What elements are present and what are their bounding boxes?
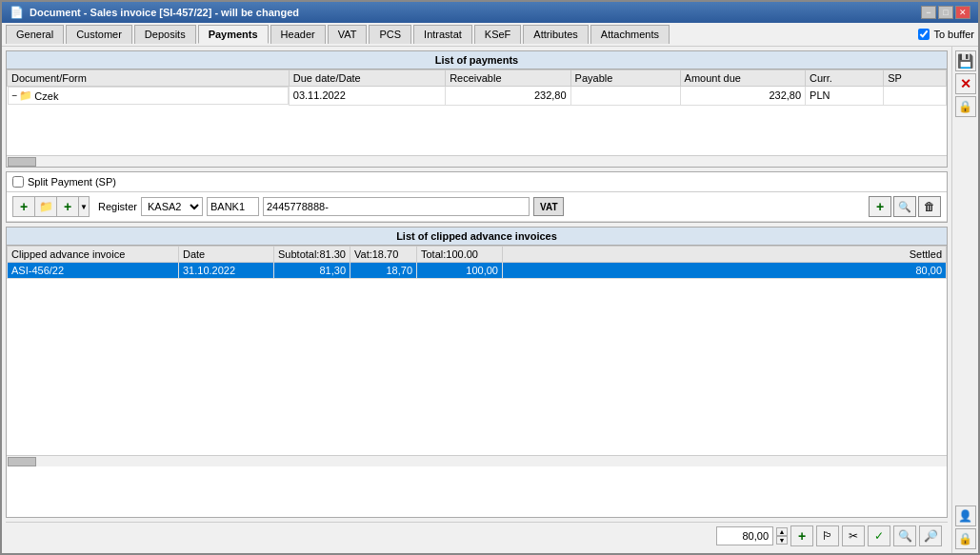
tab-vat[interactable]: VAT — [328, 25, 368, 44]
payment-dropdown-btn[interactable]: ▼ — [78, 196, 90, 217]
save-icon: 💾 — [957, 53, 973, 69]
search-bottom-btn[interactable]: 🔍 — [893, 525, 916, 546]
adv-col-vat: Vat:18.70 — [350, 247, 417, 263]
delete-btn[interactable]: ✕ — [955, 73, 976, 94]
tab-customer[interactable]: Customer — [66, 25, 132, 44]
folder-small-icon: 📁 — [39, 200, 53, 213]
check-icon: ✓ — [874, 529, 884, 543]
payments-scrollbar-thumb[interactable] — [8, 157, 36, 167]
title-bar: 📄 Document - Sales invoice [SI-457/22] -… — [2, 2, 978, 23]
row-curr: PLN — [806, 87, 884, 106]
tab-header[interactable]: Header — [270, 25, 326, 44]
spin-up-btn[interactable]: ▲ — [776, 527, 788, 536]
zoom-icon: 🔎 — [924, 529, 938, 543]
to-buffer-checkbox[interactable] — [918, 29, 930, 40]
account-input[interactable] — [263, 197, 530, 216]
advance-invoices-section: List of clipped advance invoices Clipped… — [6, 227, 948, 518]
adv-row-total: 100,00 — [417, 263, 503, 279]
row-payable — [570, 87, 680, 106]
col-doc-form: Document/Form — [8, 70, 290, 87]
close-button[interactable]: ✕ — [955, 6, 970, 19]
minimize-button[interactable]: − — [921, 6, 936, 19]
payments-scrollbar[interactable] — [7, 155, 947, 167]
col-amount-due: Amount due — [680, 70, 805, 87]
row-amount-due: 232,80 — [680, 87, 805, 106]
table-row[interactable]: − 📁 Czek 03.11.2022 232,80 232,80 PLN — [8, 87, 947, 106]
col-curr: Curr. — [806, 70, 884, 87]
window-title: Document - Sales invoice [SI-457/22] - w… — [30, 7, 299, 18]
adv-row-invoice: ASI-456/22 — [8, 263, 179, 279]
payment-folder-btn[interactable]: 📁 — [34, 196, 57, 217]
split-btn[interactable]: ✂ — [842, 525, 865, 546]
spin-control[interactable]: ▲ ▼ — [776, 527, 788, 545]
col-due-date: Due date/Date — [289, 70, 445, 87]
row-sp — [884, 87, 947, 106]
advance-table-row[interactable]: ASI-456/22 31.10.2022 81,30 18,70 100,00… — [8, 263, 947, 279]
col-sp: SP — [884, 70, 947, 87]
advance-delete-btn[interactable]: 🗑 — [918, 196, 941, 217]
adv-col-total: Total:100.00 — [417, 247, 503, 263]
tab-pcs[interactable]: PCS — [369, 25, 411, 44]
amount-display: 80,00 — [716, 526, 773, 545]
register-select[interactable]: KASA2 — [141, 197, 203, 216]
add-icon: + — [20, 199, 28, 214]
right-toolbar: 💾 ✕ 🔒 👤 🔒 — [951, 47, 978, 553]
payment-green-add-btn[interactable]: + — [56, 196, 79, 217]
tab-list: General Customer Deposits Payments Heade… — [6, 25, 671, 44]
payments-section-title: List of payments — [7, 51, 947, 69]
person-icon: 👤 — [958, 509, 972, 523]
maximize-button[interactable]: □ — [938, 6, 953, 19]
tab-ksef[interactable]: KSeF — [474, 25, 522, 44]
green-plus-icon: + — [64, 199, 71, 214]
tab-deposits[interactable]: Deposits — [134, 25, 196, 44]
payments-table: Document/Form Due date/Date Receivable P… — [7, 69, 947, 106]
tab-general[interactable]: General — [6, 25, 64, 44]
bottom-bar: 80,00 ▲ ▼ + 🏳 ✂ ✓ — [6, 522, 948, 549]
magnifier-icon: 🔍 — [898, 201, 911, 213]
adv-row-date: 31.10.2022 — [179, 263, 274, 279]
row-doc-form: − 📁 Czek — [8, 87, 289, 105]
lock-bottom-icon: 🔒 — [958, 532, 972, 545]
adv-col-settled: Settled — [503, 247, 947, 263]
advance-table: Clipped advance invoice Date Subtotal:81… — [7, 246, 947, 279]
delete-icon: ✕ — [960, 76, 971, 91]
adv-row-subtotal: 81,30 — [274, 263, 350, 279]
spin-down-btn[interactable]: ▼ — [776, 536, 788, 545]
plus-circle-icon: + — [798, 528, 806, 544]
payment-controls-section: Split Payment (SP) + 📁 + — [6, 171, 948, 223]
flag-icon: 🏳 — [822, 529, 833, 543]
split-payment-checkbox[interactable] — [12, 176, 24, 188]
split-payment-label: Split Payment (SP) — [28, 176, 116, 188]
lock-btn[interactable]: 🔒 — [955, 96, 976, 117]
split-payment-row: Split Payment (SP) — [7, 172, 947, 192]
tab-payments[interactable]: Payments — [198, 25, 269, 44]
check-btn[interactable]: ✓ — [868, 525, 890, 546]
adv-col-invoice: Clipped advance invoice — [8, 247, 179, 263]
lock-bottom-btn[interactable]: 🔒 — [955, 528, 976, 549]
adv-col-subtotal: Subtotal:81.30 — [274, 247, 350, 263]
flag-btn[interactable]: 🏳 — [816, 525, 839, 546]
tab-attachments[interactable]: Attachments — [590, 25, 670, 44]
payments-section: List of payments Document/Form Due date/… — [6, 50, 948, 168]
zoom-btn[interactable]: 🔎 — [919, 525, 942, 546]
adv-row-settled: 80,00 — [503, 263, 947, 279]
lock-icon: 🔒 — [958, 100, 972, 113]
advance-search-btn[interactable]: 🔍 — [893, 196, 916, 217]
tab-intrastat[interactable]: Intrastat — [413, 25, 472, 44]
save-btn[interactable]: 💾 — [955, 50, 976, 71]
tab-attributes[interactable]: Attributes — [523, 25, 588, 44]
bank-input[interactable] — [207, 197, 259, 216]
add-amount-btn[interactable]: + — [790, 525, 813, 546]
vat-button[interactable]: VAT — [533, 197, 565, 216]
search-bottom-icon: 🔍 — [898, 529, 912, 543]
expand-icon[interactable]: − — [12, 90, 18, 101]
payment-controls-toolbar: + 📁 + ▼ Register KASA2 — [7, 192, 947, 222]
to-buffer-area: To buffer — [918, 29, 974, 40]
advance-scrollbar[interactable] — [7, 455, 947, 466]
payments-table-wrapper: Document/Form Due date/Date Receivable P… — [7, 69, 947, 155]
person-btn[interactable]: 👤 — [955, 505, 976, 526]
advance-add-btn[interactable]: + — [869, 196, 891, 217]
payment-add-btn[interactable]: + — [12, 196, 35, 217]
advance-scrollbar-thumb[interactable] — [8, 457, 36, 466]
adv-row-vat: 18,70 — [350, 263, 417, 279]
